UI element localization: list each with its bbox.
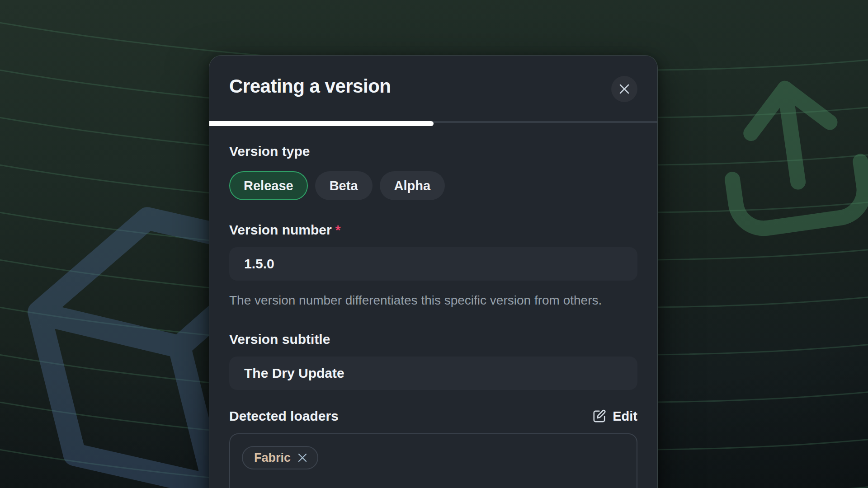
loader-tag-fabric: Fabric	[242, 446, 318, 469]
detected-loaders-row: Detected loaders Edit	[229, 408, 637, 424]
version-type-release-button[interactable]: Release	[229, 171, 308, 200]
version-subtitle-input[interactable]	[229, 357, 637, 390]
version-type-label: Version type	[229, 143, 637, 160]
step-progress	[209, 121, 657, 127]
remove-fabric-tag-button[interactable]	[297, 453, 307, 463]
version-type-beta-button[interactable]: Beta	[315, 171, 373, 200]
required-asterisk: *	[335, 222, 341, 237]
progress-bar	[209, 121, 434, 126]
detected-loaders-label: Detected loaders	[229, 408, 339, 424]
page-background: Creating a version Version type Release …	[0, 0, 868, 488]
modal-body: Version type Release Beta Alpha Version …	[209, 143, 657, 488]
version-type-options: Release Beta Alpha	[229, 171, 637, 200]
version-number-input[interactable]	[229, 247, 637, 281]
creating-version-modal: Creating a version Version type Release …	[209, 55, 658, 488]
detected-loaders-box: Fabric	[229, 433, 637, 488]
x-icon	[297, 453, 307, 463]
upload-arrow-icon	[679, 23, 868, 275]
square-pen-icon	[592, 409, 607, 424]
edit-label: Edit	[613, 409, 637, 424]
version-subtitle-label: Version subtitle	[229, 331, 637, 347]
version-number-label: Version number*	[229, 222, 637, 238]
version-number-help-text: The version number differentiates this s…	[229, 291, 627, 310]
edit-loaders-button[interactable]: Edit	[592, 409, 637, 424]
modal-title: Creating a version	[229, 74, 637, 99]
version-type-alpha-button[interactable]: Alpha	[380, 171, 445, 200]
loader-tag-label: Fabric	[254, 451, 291, 465]
close-icon	[618, 83, 630, 95]
version-number-label-text: Version number	[229, 222, 332, 237]
close-button[interactable]	[611, 76, 637, 102]
modal-header: Creating a version	[209, 56, 657, 123]
